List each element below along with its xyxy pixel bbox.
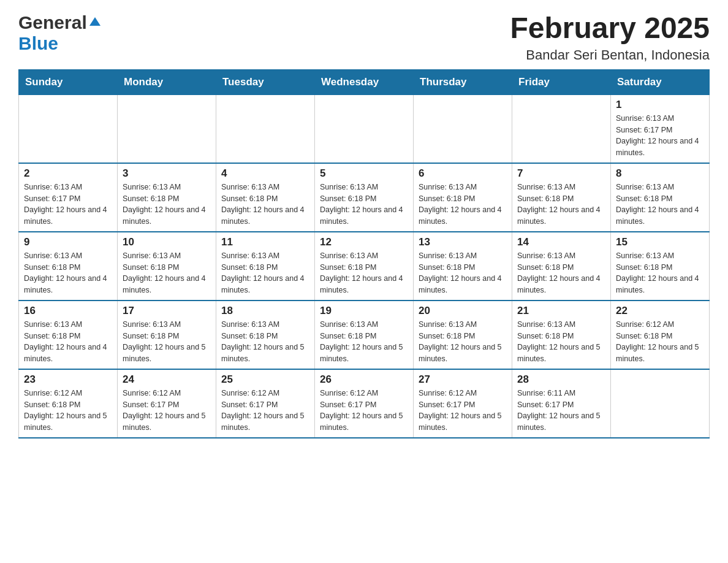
calendar-cell — [315, 94, 414, 163]
col-header-saturday: Saturday — [611, 69, 710, 94]
calendar-cell: 25Sunrise: 6:12 AMSunset: 6:17 PMDayligh… — [216, 369, 315, 438]
calendar-cell: 6Sunrise: 6:13 AMSunset: 6:18 PMDaylight… — [414, 163, 512, 232]
day-info: Sunrise: 6:13 AMSunset: 6:18 PMDaylight:… — [616, 250, 704, 296]
day-info: Sunrise: 6:13 AMSunset: 6:18 PMDaylight:… — [24, 319, 112, 365]
col-header-thursday: Thursday — [414, 69, 512, 94]
day-info: Sunrise: 6:13 AMSunset: 6:17 PMDaylight:… — [24, 182, 112, 228]
calendar-cell: 23Sunrise: 6:12 AMSunset: 6:18 PMDayligh… — [19, 369, 118, 438]
day-number: 11 — [221, 236, 309, 248]
day-info: Sunrise: 6:13 AMSunset: 6:18 PMDaylight:… — [320, 182, 408, 228]
day-info: Sunrise: 6:13 AMSunset: 6:18 PMDaylight:… — [24, 250, 112, 296]
calendar-cell: 14Sunrise: 6:13 AMSunset: 6:18 PMDayligh… — [512, 232, 611, 301]
day-info: Sunrise: 6:13 AMSunset: 6:18 PMDaylight:… — [123, 182, 211, 228]
day-number: 16 — [24, 305, 112, 317]
title-area: February 2025 Bandar Seri Bentan, Indone… — [510, 12, 710, 63]
calendar-cell: 15Sunrise: 6:13 AMSunset: 6:18 PMDayligh… — [611, 232, 710, 301]
logo-general-text: General — [18, 12, 87, 33]
day-info: Sunrise: 6:12 AMSunset: 6:17 PMDaylight:… — [221, 388, 309, 434]
day-number: 8 — [616, 167, 704, 180]
day-number: 27 — [419, 373, 507, 386]
calendar-cell — [19, 94, 118, 163]
day-number: 6 — [419, 167, 507, 180]
day-number: 12 — [320, 236, 408, 248]
day-number: 14 — [517, 236, 605, 248]
day-number: 13 — [419, 236, 507, 248]
calendar-cell: 26Sunrise: 6:12 AMSunset: 6:17 PMDayligh… — [315, 369, 414, 438]
col-header-friday: Friday — [512, 69, 611, 94]
calendar-cell: 22Sunrise: 6:12 AMSunset: 6:18 PMDayligh… — [611, 301, 710, 369]
day-number: 24 — [123, 373, 211, 386]
calendar-cell: 24Sunrise: 6:12 AMSunset: 6:17 PMDayligh… — [118, 369, 216, 438]
day-number: 18 — [221, 305, 309, 317]
col-header-wednesday: Wednesday — [315, 69, 414, 94]
calendar-cell — [216, 94, 315, 163]
calendar-cell: 9Sunrise: 6:13 AMSunset: 6:18 PMDaylight… — [19, 232, 118, 301]
logo-triangle-icon — [89, 16, 100, 29]
calendar-week-row: 16Sunrise: 6:13 AMSunset: 6:18 PMDayligh… — [19, 301, 710, 369]
calendar-cell: 18Sunrise: 6:13 AMSunset: 6:18 PMDayligh… — [216, 301, 315, 369]
day-info: Sunrise: 6:13 AMSunset: 6:18 PMDaylight:… — [517, 250, 605, 296]
day-info: Sunrise: 6:13 AMSunset: 6:18 PMDaylight:… — [320, 250, 408, 296]
calendar-cell: 28Sunrise: 6:11 AMSunset: 6:17 PMDayligh… — [512, 369, 611, 438]
day-number: 3 — [123, 167, 211, 180]
calendar-cell — [512, 94, 611, 163]
day-info: Sunrise: 6:13 AMSunset: 6:18 PMDaylight:… — [123, 319, 211, 365]
day-number: 10 — [123, 236, 211, 248]
day-info: Sunrise: 6:13 AMSunset: 6:18 PMDaylight:… — [616, 182, 704, 228]
day-number: 7 — [517, 167, 605, 180]
calendar-cell: 11Sunrise: 6:13 AMSunset: 6:18 PMDayligh… — [216, 232, 315, 301]
calendar-cell: 4Sunrise: 6:13 AMSunset: 6:18 PMDaylight… — [216, 163, 315, 232]
day-info: Sunrise: 6:13 AMSunset: 6:18 PMDaylight:… — [517, 319, 605, 365]
calendar-title: February 2025 — [510, 12, 710, 45]
day-info: Sunrise: 6:13 AMSunset: 6:18 PMDaylight:… — [419, 250, 507, 296]
day-info: Sunrise: 6:12 AMSunset: 6:17 PMDaylight:… — [123, 388, 211, 434]
day-number: 23 — [24, 373, 112, 386]
calendar-cell: 1Sunrise: 6:13 AMSunset: 6:17 PMDaylight… — [611, 94, 710, 163]
calendar-cell: 13Sunrise: 6:13 AMSunset: 6:18 PMDayligh… — [414, 232, 512, 301]
calendar-table: SundayMondayTuesdayWednesdayThursdayFrid… — [18, 69, 710, 439]
calendar-cell: 12Sunrise: 6:13 AMSunset: 6:18 PMDayligh… — [315, 232, 414, 301]
day-info: Sunrise: 6:12 AMSunset: 6:17 PMDaylight:… — [419, 388, 507, 434]
calendar-cell — [118, 94, 216, 163]
col-header-sunday: Sunday — [19, 69, 118, 94]
day-info: Sunrise: 6:13 AMSunset: 6:18 PMDaylight:… — [221, 182, 309, 228]
logo-blue-text: Blue — [18, 33, 58, 54]
day-number: 2 — [24, 167, 112, 180]
calendar-cell: 19Sunrise: 6:13 AMSunset: 6:18 PMDayligh… — [315, 301, 414, 369]
calendar-week-row: 23Sunrise: 6:12 AMSunset: 6:18 PMDayligh… — [19, 369, 710, 438]
logo: General Blue — [18, 12, 100, 54]
calendar-cell: 5Sunrise: 6:13 AMSunset: 6:18 PMDaylight… — [315, 163, 414, 232]
calendar-header-row: SundayMondayTuesdayWednesdayThursdayFrid… — [19, 69, 710, 94]
calendar-cell: 10Sunrise: 6:13 AMSunset: 6:18 PMDayligh… — [118, 232, 216, 301]
calendar-cell: 17Sunrise: 6:13 AMSunset: 6:18 PMDayligh… — [118, 301, 216, 369]
day-info: Sunrise: 6:12 AMSunset: 6:18 PMDaylight:… — [616, 319, 704, 365]
calendar-week-row: 9Sunrise: 6:13 AMSunset: 6:18 PMDaylight… — [19, 232, 710, 301]
calendar-cell: 20Sunrise: 6:13 AMSunset: 6:18 PMDayligh… — [414, 301, 512, 369]
calendar-cell: 8Sunrise: 6:13 AMSunset: 6:18 PMDaylight… — [611, 163, 710, 232]
col-header-tuesday: Tuesday — [216, 69, 315, 94]
day-info: Sunrise: 6:13 AMSunset: 6:18 PMDaylight:… — [419, 182, 507, 228]
day-info: Sunrise: 6:13 AMSunset: 6:17 PMDaylight:… — [616, 113, 704, 159]
svg-marker-0 — [89, 17, 100, 26]
day-number: 19 — [320, 305, 408, 317]
calendar-cell: 21Sunrise: 6:13 AMSunset: 6:18 PMDayligh… — [512, 301, 611, 369]
calendar-cell — [611, 369, 710, 438]
day-number: 20 — [419, 305, 507, 317]
day-info: Sunrise: 6:13 AMSunset: 6:18 PMDaylight:… — [419, 319, 507, 365]
day-info: Sunrise: 6:12 AMSunset: 6:18 PMDaylight:… — [24, 388, 112, 434]
col-header-monday: Monday — [118, 69, 216, 94]
day-number: 25 — [221, 373, 309, 386]
day-info: Sunrise: 6:13 AMSunset: 6:18 PMDaylight:… — [221, 319, 309, 365]
calendar-cell: 16Sunrise: 6:13 AMSunset: 6:18 PMDayligh… — [19, 301, 118, 369]
page-header: General Blue February 2025 Bandar Seri B… — [18, 12, 710, 63]
day-number: 22 — [616, 305, 704, 317]
calendar-cell: 2Sunrise: 6:13 AMSunset: 6:17 PMDaylight… — [19, 163, 118, 232]
day-number: 28 — [517, 373, 605, 386]
calendar-cell: 7Sunrise: 6:13 AMSunset: 6:18 PMDaylight… — [512, 163, 611, 232]
calendar-week-row: 2Sunrise: 6:13 AMSunset: 6:17 PMDaylight… — [19, 163, 710, 232]
day-number: 26 — [320, 373, 408, 386]
day-number: 5 — [320, 167, 408, 180]
day-info: Sunrise: 6:13 AMSunset: 6:18 PMDaylight:… — [517, 182, 605, 228]
day-number: 21 — [517, 305, 605, 317]
calendar-cell: 27Sunrise: 6:12 AMSunset: 6:17 PMDayligh… — [414, 369, 512, 438]
